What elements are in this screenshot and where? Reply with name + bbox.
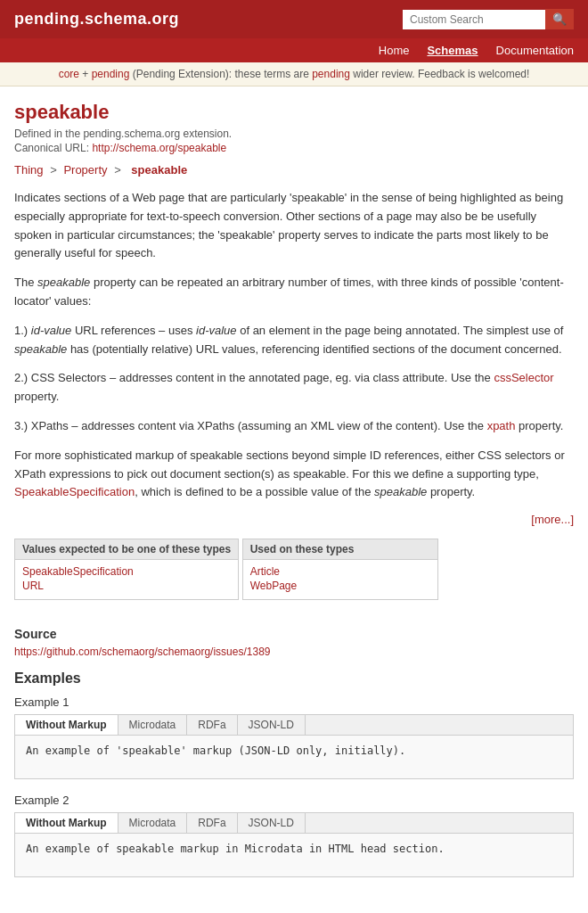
source-url[interactable]: https://github.com/schemaorg/schemaorg/i…	[14, 646, 270, 658]
search-input[interactable]	[403, 10, 545, 29]
value-types-box: Values expected to be one of these types…	[14, 539, 239, 600]
value-type-url[interactable]: URL	[22, 580, 231, 592]
desc-para-1: Indicates sections of a Web page that ar…	[14, 189, 574, 263]
used-on-title: Used on these types	[243, 539, 437, 560]
example-2-tab-microdata[interactable]: Microdata	[118, 813, 188, 833]
canonical-url-line: Canonical URL: http://schema.org/speakab…	[14, 142, 574, 154]
example-2-tab-jsonld[interactable]: JSON-LD	[238, 813, 306, 833]
breadcrumb: Thing > Property > speakable	[14, 163, 574, 177]
description-section: Indicates sections of a Web page that ar…	[14, 189, 574, 502]
source-section: Source https://github.com/schemaorg/sche…	[14, 627, 574, 658]
example-2-content: An example of speakable markup in Microd…	[14, 833, 574, 877]
desc-para2-before: The	[14, 276, 37, 289]
example-1-label: Example 1	[14, 695, 574, 709]
page-title: speakable	[14, 101, 574, 124]
site-header: pending.schema.org 🔍	[0, 0, 588, 38]
desc-para2-em: speakable	[37, 276, 90, 289]
site-title: pending.schema.org	[14, 10, 179, 29]
pending-link[interactable]: pending	[92, 68, 130, 80]
main-nav: Home Schemas Documentation	[0, 38, 588, 62]
breadcrumb-sep-2: >	[114, 163, 124, 177]
banner-end: wider review. Feedback is welcomed!	[353, 68, 529, 80]
example-1-tabs: Without Markup Microdata RDFa JSON-LD	[14, 714, 574, 735]
canonical-label: Canonical URL:	[14, 142, 89, 154]
example-2-tabs: Without Markup Microdata RDFa JSON-LD	[14, 812, 574, 833]
source-label: Source	[14, 627, 574, 641]
desc-para2-after: property can be repeated an arbitrary nu…	[14, 276, 564, 308]
used-on-box: Used on these types Article WebPage	[242, 539, 438, 600]
nav-documentation[interactable]: Documentation	[496, 44, 574, 57]
desc-item-3: 3.) XPaths – addresses content via XPath…	[14, 417, 574, 436]
used-on-webpage[interactable]: WebPage	[250, 580, 430, 592]
main-content: speakable Defined in the pending.schema.…	[0, 86, 588, 913]
desc-item-1: 1.) id-value URL references – uses id-va…	[14, 322, 574, 359]
used-on-content: Article WebPage	[243, 560, 437, 599]
desc-more: For more sophisticated markup of speakab…	[14, 447, 574, 502]
xpath-link[interactable]: xpath	[487, 419, 516, 432]
value-type-speakable-spec[interactable]: SpeakableSpecification	[22, 565, 231, 578]
speakable-spec-link[interactable]: SpeakableSpecification	[14, 485, 135, 498]
search-bar: 🔍	[403, 9, 574, 29]
examples-title: Examples	[14, 670, 574, 687]
example-2-label: Example 2	[14, 794, 574, 807]
example-1-tab-microdata[interactable]: Microdata	[118, 715, 188, 735]
pending-link-2[interactable]: pending	[312, 68, 350, 80]
example-1-content: An example of 'speakable' markup (JSON-L…	[14, 735, 574, 779]
example-2-tab-without-markup[interactable]: Without Markup	[15, 813, 118, 833]
desc-item-2: 2.) CSS Selectors – addresses content in…	[14, 369, 574, 407]
example-1-tab-rdfa[interactable]: RDFa	[187, 715, 237, 735]
desc-para-2: The speakable property can be repeated a…	[14, 274, 574, 311]
nav-schemas[interactable]: Schemas	[427, 44, 478, 57]
breadcrumb-current: speakable	[131, 163, 187, 177]
pending-banner: core + pending (Pending Extension): thes…	[0, 62, 588, 86]
more-link[interactable]: [more...]	[14, 513, 574, 526]
breadcrumb-property[interactable]: Property	[63, 163, 107, 177]
css-selector-link[interactable]: cssSelector	[494, 371, 553, 384]
banner-middle: (Pending Extension): these terms are	[133, 68, 309, 80]
example-1-tab-without-markup[interactable]: Without Markup	[15, 715, 118, 735]
value-types-title: Values expected to be one of these types	[15, 539, 238, 560]
breadcrumb-sep-1: >	[50, 163, 60, 177]
canonical-url-link[interactable]: http://schema.org/speakable	[92, 142, 226, 154]
used-on-article[interactable]: Article	[250, 565, 430, 578]
nav-home[interactable]: Home	[379, 44, 410, 57]
value-types-content: SpeakableSpecification URL	[15, 560, 238, 599]
search-button[interactable]: 🔍	[545, 9, 574, 29]
example-2-tab-rdfa[interactable]: RDFa	[187, 813, 237, 833]
examples-section: Examples Example 1 Without Markup Microd…	[14, 670, 574, 877]
core-link[interactable]: core	[59, 68, 79, 80]
defined-text: Defined in the pending.schema.org extens…	[14, 127, 574, 140]
example-1-tab-jsonld[interactable]: JSON-LD	[238, 715, 306, 735]
breadcrumb-thing[interactable]: Thing	[14, 163, 44, 177]
